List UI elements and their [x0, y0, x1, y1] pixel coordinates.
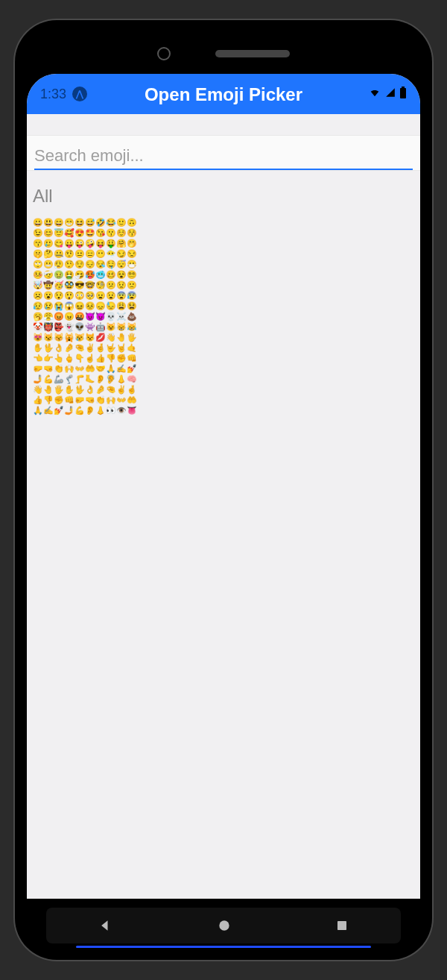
emoji-cell[interactable]: 🤐	[54, 248, 64, 259]
emoji-cell[interactable]: 👋	[106, 332, 116, 342]
emoji-cell[interactable]: 🤏	[74, 342, 85, 353]
emoji-cell[interactable]: 😎	[74, 280, 85, 290]
emoji-cell[interactable]: 🤲	[85, 363, 95, 374]
emoji-cell[interactable]: ☺️	[116, 227, 127, 238]
emoji-cell[interactable]: 👍	[33, 395, 43, 405]
emoji-cell[interactable]: ✋	[33, 342, 43, 353]
nav-back-button[interactable]	[98, 918, 113, 933]
emoji-cell[interactable]: 👃	[95, 405, 106, 415]
emoji-cell[interactable]: ✊	[116, 353, 127, 363]
emoji-cell[interactable]: 🥶	[95, 269, 106, 280]
emoji-cell[interactable]: 😥	[33, 301, 43, 311]
emoji-cell[interactable]: 😪	[95, 259, 106, 269]
emoji-cell[interactable]: 🤖	[95, 321, 106, 332]
emoji-cell[interactable]: 👺	[54, 321, 64, 332]
search-input[interactable]	[34, 142, 413, 170]
emoji-cell[interactable]: 😐	[74, 248, 85, 259]
emoji-cell[interactable]: 🙌	[106, 395, 116, 405]
emoji-cell[interactable]: 😣	[85, 301, 95, 311]
emoji-cell[interactable]: 😫	[127, 301, 137, 311]
emoji-cell[interactable]: 👿	[95, 311, 106, 321]
emoji-cell[interactable]: 😀	[33, 217, 43, 227]
emoji-cell[interactable]: 🙂	[116, 217, 127, 227]
emoji-cell[interactable]: 😱	[64, 301, 74, 311]
emoji-cell[interactable]: 😍	[74, 227, 85, 238]
emoji-cell[interactable]: 🤡	[33, 321, 43, 332]
emoji-cell[interactable]: 🤛	[74, 395, 85, 405]
emoji-cell[interactable]: 👀	[106, 405, 116, 415]
emoji-cell[interactable]: 😯	[54, 290, 64, 301]
emoji-cell[interactable]: 🦿	[64, 374, 74, 384]
emoji-cell[interactable]: 🥴	[106, 269, 116, 280]
emoji-cell[interactable]: 🤟	[106, 342, 116, 353]
emoji-cell[interactable]: 😊	[43, 227, 54, 238]
emoji-cell[interactable]: 🤚	[116, 332, 127, 342]
emoji-cell[interactable]: 💀	[106, 311, 116, 321]
emoji-cell[interactable]: 😘	[95, 227, 106, 238]
emoji-cell[interactable]: 👽	[74, 321, 85, 332]
emoji-cell[interactable]: 👻	[64, 321, 74, 332]
emoji-cell[interactable]: 😑	[85, 248, 95, 259]
emoji-cell[interactable]: 😤	[43, 311, 54, 321]
emoji-cell[interactable]: 🤯	[33, 280, 43, 290]
emoji-cell[interactable]: 🥰	[64, 227, 74, 238]
emoji-cell[interactable]: 😙	[33, 238, 43, 248]
emoji-cell[interactable]: ✊	[54, 395, 64, 405]
emoji-cell[interactable]: ✍️	[116, 363, 127, 374]
emoji-cell[interactable]: 😶‍🌫️	[106, 248, 116, 259]
emoji-cell[interactable]: 😋	[54, 238, 64, 248]
emoji-cell[interactable]: 😏	[116, 248, 127, 259]
emoji-cell[interactable]: 🤢	[54, 269, 64, 280]
emoji-cell[interactable]: 😾	[85, 332, 95, 342]
emoji-cell[interactable]: ✌️	[116, 384, 127, 395]
emoji-cell[interactable]: 👍	[95, 353, 106, 363]
emoji-cell[interactable]: 🤘	[116, 342, 127, 353]
emoji-cell[interactable]: 🙁	[127, 280, 137, 290]
emoji-cell[interactable]: 🙄	[33, 259, 43, 269]
emoji-cell[interactable]: 👊	[127, 353, 137, 363]
emoji-cell[interactable]: 👎	[106, 353, 116, 363]
emoji-cell[interactable]: 🤞	[127, 384, 137, 395]
emoji-cell[interactable]: 🤠	[43, 280, 54, 290]
emoji-cell[interactable]: 😃	[43, 217, 54, 227]
emoji-cell[interactable]: 👎	[43, 395, 54, 405]
emoji-cell[interactable]: 🧐	[95, 280, 106, 290]
emoji-cell[interactable]: 👇	[74, 353, 85, 363]
emoji-cell[interactable]: 😒	[127, 248, 137, 259]
emoji-cell[interactable]: 🥺	[85, 290, 95, 301]
emoji-cell[interactable]: 🤞	[95, 342, 106, 353]
emoji-cell[interactable]: 👌	[54, 342, 64, 353]
emoji-cell[interactable]: 💪	[74, 405, 85, 415]
emoji-cell[interactable]: 🙀	[64, 332, 74, 342]
emoji-cell[interactable]: 🖕	[64, 353, 74, 363]
emoji-cell[interactable]: 😳	[74, 290, 85, 301]
emoji-cell[interactable]: 🤜	[85, 395, 95, 405]
emoji-cell[interactable]: ✋	[64, 384, 74, 395]
emoji-cell[interactable]: 😻	[33, 332, 43, 342]
emoji-cell[interactable]: 💋	[95, 332, 106, 342]
emoji-cell[interactable]: 😦	[95, 290, 106, 301]
emoji-cell[interactable]: 😗	[106, 227, 116, 238]
emoji-cell[interactable]: 🦾	[54, 374, 64, 384]
emoji-cell[interactable]: 🤚	[43, 384, 54, 395]
emoji-cell[interactable]: 😵‍💫	[127, 269, 137, 280]
emoji-cell[interactable]: 😽	[54, 332, 64, 342]
emoji-cell[interactable]: 🖖	[74, 384, 85, 395]
emoji-cell[interactable]: 💅	[127, 363, 137, 374]
emoji-cell[interactable]: 🤛	[33, 363, 43, 374]
emoji-cell[interactable]: 🖖	[43, 342, 54, 353]
emoji-cell[interactable]: 🤙	[127, 342, 137, 353]
nav-recent-button[interactable]	[335, 919, 349, 932]
emoji-cell[interactable]: 🥲	[43, 238, 54, 248]
emoji-cell[interactable]: 👏	[95, 395, 106, 405]
emoji-cell[interactable]: 😈	[85, 311, 95, 321]
emoji-cell[interactable]: 😮	[43, 290, 54, 301]
emoji-cell[interactable]: 🤭	[127, 238, 137, 248]
emoji-cell[interactable]: 🤔	[43, 248, 54, 259]
emoji-cell[interactable]: 😩	[116, 301, 127, 311]
emoji-cell[interactable]: 😼	[43, 332, 54, 342]
emoji-cell[interactable]: 🤳	[33, 374, 43, 384]
emoji-cell[interactable]: 😰	[127, 290, 137, 301]
emoji-cell[interactable]: 🤤	[106, 259, 116, 269]
emoji-cell[interactable]: 🧠	[127, 374, 137, 384]
